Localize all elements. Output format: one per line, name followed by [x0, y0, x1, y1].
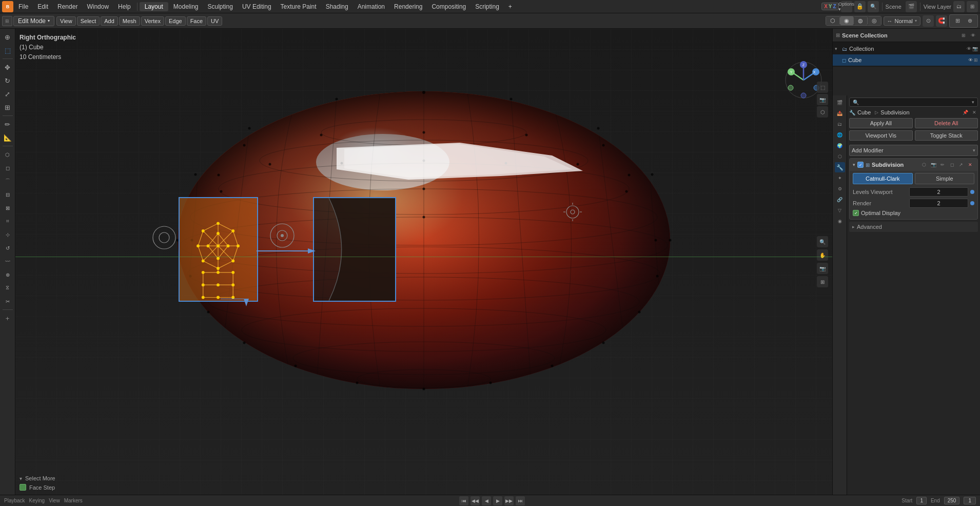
subdivision-expand-arrow[interactable]: ▾: [853, 162, 855, 167]
collection-vis-icon[interactable]: 👁: [967, 46, 971, 51]
prop-modifier-icon[interactable]: 🔧: [835, 162, 845, 172]
outliner-vis-icon[interactable]: 👁: [969, 31, 977, 40]
prop-data-icon[interactable]: ▽: [835, 205, 845, 216]
levels-viewport-value[interactable]: 2: [909, 187, 968, 197]
viewport[interactable]: Right Orthographic (1) Cube 10 Centimete…: [15, 29, 832, 495]
tree-item-collection[interactable]: ▾ 🗂 Collection 👁 📷: [833, 43, 980, 54]
tool-smooth[interactable]: 〰: [2, 255, 14, 267]
subdivision-enable-checkbox[interactable]: ✓: [857, 162, 864, 168]
menu-window[interactable]: Window: [83, 2, 113, 11]
tool-knife[interactable]: ⌗: [2, 215, 14, 227]
shading-rendered[interactable]: ◎: [868, 16, 881, 25]
tab-modeling[interactable]: Modeling: [169, 2, 203, 11]
tool-extrude[interactable]: ⬡: [2, 148, 14, 161]
tab-rendering[interactable]: Rendering: [390, 2, 426, 11]
shading-wireframe[interactable]: ⬡: [826, 16, 840, 25]
view-label[interactable]: View: [49, 498, 60, 503]
viewport-pan[interactable]: ✋: [817, 249, 828, 261]
tool-shrink-fatten[interactable]: ⊕: [2, 268, 14, 281]
tab-uv-editing[interactable]: UV Editing: [238, 2, 276, 11]
viewport-zoom-extents[interactable]: ⬚: [817, 82, 828, 93]
tab-compositing[interactable]: Compositing: [427, 2, 470, 11]
viewport-camera[interactable]: 📷: [817, 94, 828, 105]
modifier-pin-icon[interactable]: 📌: [962, 109, 969, 116]
tool-add[interactable]: +: [2, 312, 14, 324]
blender-logo[interactable]: B: [2, 1, 13, 12]
render-value[interactable]: 2: [909, 199, 968, 208]
tool-cursor[interactable]: ⊕: [2, 31, 14, 43]
tab-scripting[interactable]: Scripting: [471, 2, 503, 11]
prop-view-layer-icon[interactable]: 🗂: [835, 119, 845, 129]
normal-selector[interactable]: ↔ Normal ▾: [884, 16, 920, 26]
tool-annotate[interactable]: ✏: [2, 118, 14, 130]
jump-end-btn[interactable]: ⏭: [516, 496, 525, 505]
viewport-menu-view[interactable]: View: [56, 16, 76, 26]
snap-icon[interactable]: 🧲: [936, 15, 947, 27]
sub-icon-cage[interactable]: ◻: [948, 161, 956, 169]
tab-sculpting[interactable]: Sculpting: [204, 2, 237, 11]
shading-solid[interactable]: ◉: [840, 16, 854, 25]
next-keyframe-btn[interactable]: ▶▶: [504, 496, 514, 505]
sub-icon-realtime[interactable]: ⬡: [920, 161, 928, 169]
tab-add[interactable]: +: [504, 2, 516, 11]
overlay-icon[interactable]: ⊞: [952, 15, 963, 27]
collection-render-icon[interactable]: 📷: [972, 46, 978, 51]
optimal-display-checkbox[interactable]: ✓: [853, 210, 859, 216]
start-frame-input[interactable]: 1: [916, 497, 927, 504]
sub-icon-edit[interactable]: ✏: [938, 161, 947, 169]
viewport-menu-edge[interactable]: Edge: [165, 16, 186, 26]
toggle-stack-btn[interactable]: Toggle Stack: [915, 130, 978, 141]
face-step-checkbox[interactable]: [19, 484, 26, 491]
prop-material-icon[interactable]: ◉: [835, 216, 845, 226]
viewport-zoom-in[interactable]: 🔍: [817, 236, 828, 247]
simple-btn[interactable]: Simple: [915, 173, 975, 184]
tool-rip[interactable]: ✂: [2, 295, 14, 307]
tab-texture-paint[interactable]: Texture Paint: [277, 2, 321, 11]
markers-label[interactable]: Markers: [64, 498, 83, 503]
cube-filter-icon[interactable]: ⊞: [974, 57, 978, 63]
prop-output-icon[interactable]: 📤: [835, 108, 845, 119]
menu-file[interactable]: File: [14, 2, 32, 11]
tab-shading[interactable]: Shading: [322, 2, 352, 11]
viewport-camera-btn[interactable]: 📷: [817, 263, 828, 274]
menu-edit[interactable]: Edit: [33, 2, 52, 11]
shading-material[interactable]: ◍: [854, 16, 868, 25]
lock-icon[interactable]: 🔒: [854, 1, 866, 12]
scene-icon[interactable]: 🎬: [906, 1, 917, 12]
gizmo-icon[interactable]: ⊕: [964, 15, 975, 27]
viewport-render[interactable]: ⬡: [817, 106, 828, 118]
modifier-search-input[interactable]: [861, 99, 972, 105]
prop-particles-icon[interactable]: ✦: [835, 173, 845, 183]
tab-animation[interactable]: Animation: [354, 2, 389, 11]
tool-inset[interactable]: ◻: [2, 162, 14, 174]
tool-shear[interactable]: ⧖: [2, 282, 14, 294]
delete-all-btn[interactable]: Delete All: [915, 118, 978, 128]
modifier-search[interactable]: 🔍 ▾: [849, 98, 978, 107]
prop-world-icon[interactable]: 🌍: [835, 141, 845, 151]
tool-select[interactable]: ⬚: [2, 44, 14, 56]
menu-help[interactable]: Help: [114, 2, 135, 11]
tool-rotate[interactable]: ↻: [2, 74, 14, 87]
modifier-close-icon[interactable]: ✕: [971, 109, 978, 116]
prop-constraints-icon[interactable]: 🔗: [835, 194, 845, 205]
viewport-menu-vertex[interactable]: Vertex: [141, 16, 164, 26]
view-layer-icon[interactable]: 🗂: [953, 1, 965, 12]
keying-label[interactable]: Keying: [29, 498, 45, 503]
options-btn[interactable]: Options ▾: [841, 1, 852, 12]
prev-keyframe-btn[interactable]: ◀◀: [471, 496, 480, 505]
play-btn[interactable]: ▶: [493, 496, 502, 505]
catmull-clark-btn[interactable]: Catmull-Clark: [853, 173, 913, 184]
viewport-menu-select[interactable]: Select: [77, 16, 100, 26]
sub-icon-expand[interactable]: ↗: [957, 161, 965, 169]
tool-transform[interactable]: ⊞: [2, 101, 14, 113]
filter-icon[interactable]: ⊞: [967, 1, 978, 12]
apply-all-btn[interactable]: Apply All: [849, 118, 913, 128]
viewport-menu-mesh[interactable]: Mesh: [119, 16, 140, 26]
jump-start-btn[interactable]: ⏮: [459, 496, 468, 505]
viewport-menu-face[interactable]: Face: [187, 16, 206, 26]
add-modifier-btn[interactable]: Add Modifier ▾: [849, 145, 978, 156]
play-reverse-btn[interactable]: ◀: [482, 496, 491, 505]
prop-object-icon[interactable]: ⬡: [835, 151, 845, 162]
select-more-triangle[interactable]: ▾: [19, 476, 22, 481]
current-frame-input[interactable]: 1: [964, 497, 976, 504]
